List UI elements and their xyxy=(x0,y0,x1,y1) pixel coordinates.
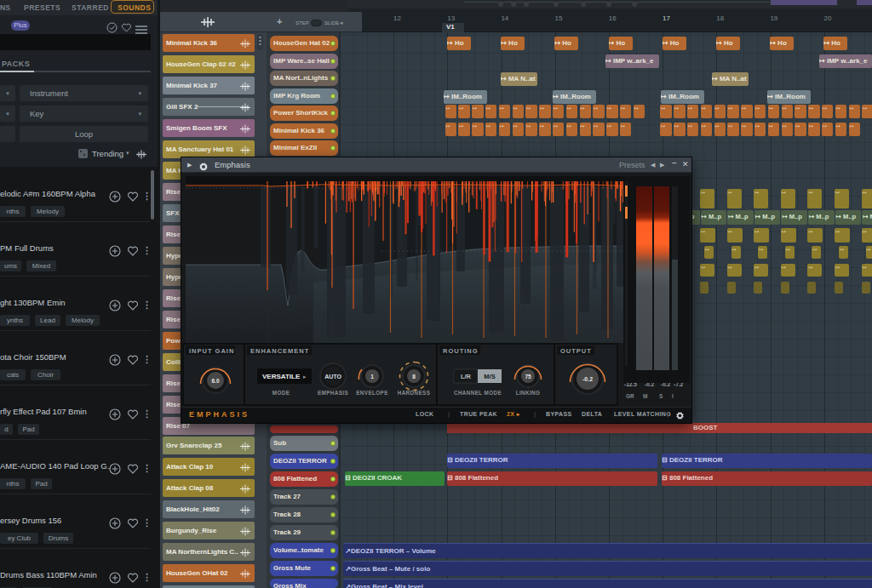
svg-text:6.0: 6.0 xyxy=(211,378,219,384)
svg-text:MODE: MODE xyxy=(272,390,290,396)
svg-text:OUTPUT: OUTPUT xyxy=(560,347,592,355)
svg-text:AUTO: AUTO xyxy=(324,374,341,380)
svg-text:8: 8 xyxy=(412,374,416,380)
svg-text:LINKING: LINKING xyxy=(516,390,541,396)
svg-text:S: S xyxy=(659,393,663,399)
svg-text:M/S: M/S xyxy=(484,373,495,380)
svg-text:CHANNEL MODE: CHANNEL MODE xyxy=(454,390,502,396)
svg-text:GR: GR xyxy=(626,393,634,399)
svg-text:HARDNESS: HARDNESS xyxy=(398,390,431,396)
svg-text:▸: ▸ xyxy=(303,374,307,380)
svg-text:ROUTING: ROUTING xyxy=(443,347,479,355)
svg-text:M: M xyxy=(643,393,647,399)
svg-text:VERSATILE: VERSATILE xyxy=(262,373,301,380)
svg-text:ENVELOPE: ENVELOPE xyxy=(356,390,388,396)
svg-text:EMPHASIS: EMPHASIS xyxy=(318,390,348,396)
svg-text:INPUT GAIN: INPUT GAIN xyxy=(189,347,234,355)
svg-text:-0.2: -0.2 xyxy=(582,376,593,382)
svg-text:I: I xyxy=(672,393,674,399)
svg-text:1: 1 xyxy=(370,374,374,380)
svg-text:ENHANCEMENT: ENHANCEMENT xyxy=(250,347,309,355)
svg-text:75: 75 xyxy=(525,374,531,380)
svg-text:L/R: L/R xyxy=(461,373,472,380)
